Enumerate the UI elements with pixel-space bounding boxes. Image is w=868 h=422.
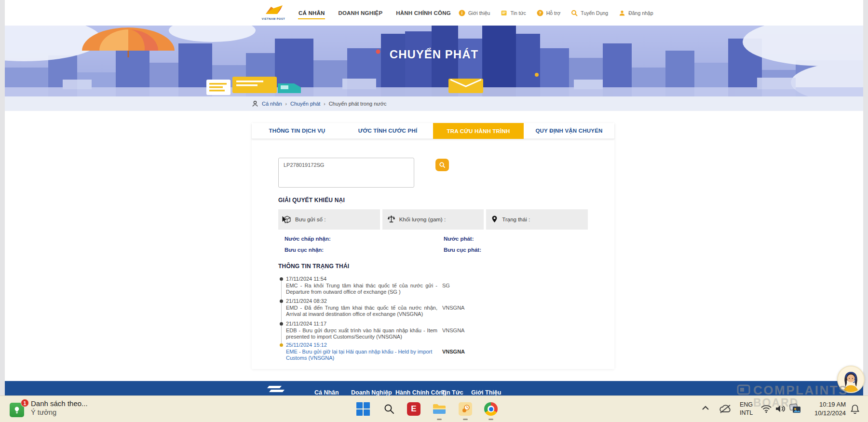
vietnam-post-logo[interactable]: VIETNAM POST bbox=[257, 2, 290, 24]
tracking-number-input[interactable]: LP278019172SG bbox=[278, 158, 414, 188]
summary-box-parcel: Bưu gửi số : bbox=[278, 209, 380, 230]
nav-item-hanh-chinh-cong[interactable]: HÀNH CHÍNH CÔNG bbox=[395, 7, 451, 19]
clock-app-glyph bbox=[459, 402, 472, 416]
support-agent-illustration bbox=[838, 367, 864, 392]
breadcrumb-separator: › bbox=[285, 101, 287, 107]
svg-text:i: i bbox=[461, 11, 463, 15]
footer-col-hanh-chinh-cong[interactable]: Hành Chính Công bbox=[395, 389, 447, 396]
wifi-tray-icon[interactable] bbox=[761, 405, 772, 413]
timeline-dot bbox=[280, 343, 283, 347]
nav-item-ca-nhan[interactable]: CÁ NHÂN bbox=[298, 7, 325, 19]
help-icon: ? bbox=[537, 10, 543, 16]
footer-col-tin-tuc[interactable]: Tin Tức bbox=[441, 389, 463, 396]
taskbar-clock[interactable]: 10:19 AM 10/12/2024 bbox=[804, 400, 846, 418]
user-crumb-icon bbox=[252, 100, 258, 107]
photos-icon bbox=[789, 403, 801, 414]
summary-box-weight: Khối lượng (gam) : bbox=[382, 209, 484, 230]
field-accept-country: Nước chấp nhận: bbox=[285, 236, 331, 242]
event-location: VNSGNA bbox=[442, 327, 464, 340]
notification-subtitle: Ý tưởng bbox=[31, 408, 88, 416]
page-title: CHUYỂN PHÁT bbox=[5, 48, 863, 61]
tab-tra-cuu-hanh-trinh[interactable]: TRA CỨU HÀNH TRÌNH bbox=[433, 123, 524, 139]
folder-icon bbox=[433, 403, 446, 415]
notification-center-button[interactable] bbox=[851, 404, 859, 416]
footer-col-doanh-nghiep[interactable]: Doanh Nghiệp bbox=[351, 389, 392, 396]
utility-label: Tin tức bbox=[510, 10, 526, 16]
utility-tuyen-dung[interactable]: Tuyển Dụng bbox=[571, 10, 608, 16]
vietnam-post-logo-icon bbox=[263, 2, 284, 17]
search-icon bbox=[439, 162, 446, 168]
e-app-icon[interactable]: E bbox=[406, 401, 421, 417]
taskbar-notification[interactable]: 1 Danh sách theo... Ý tưởng bbox=[10, 399, 88, 417]
search-icon bbox=[383, 403, 395, 415]
user-icon bbox=[619, 10, 625, 16]
scale-icon bbox=[387, 215, 395, 224]
footer-col-gioi-thieu[interactable]: Giới Thiệu bbox=[471, 389, 501, 396]
clock-time: 10:19 AM bbox=[804, 400, 846, 409]
taskbar-search-button[interactable] bbox=[381, 401, 397, 417]
utility-dang-nhap[interactable]: Đăng nhập bbox=[619, 10, 653, 16]
search-button[interactable] bbox=[435, 159, 449, 171]
utility-tin-tuc[interactable]: Tin tức bbox=[501, 10, 526, 16]
volume-tray-icon[interactable] bbox=[775, 405, 785, 413]
desktop-edge-left bbox=[0, 0, 5, 395]
tab-thong-tin-dich-vu[interactable]: THÔNG TIN DỊCH VỤ bbox=[252, 123, 342, 139]
field-deliver-office: Bưu cục phát: bbox=[444, 247, 481, 253]
event-datetime: 21/11/2024 11:17 bbox=[286, 321, 597, 327]
breadcrumb-separator: › bbox=[324, 101, 325, 107]
clock-date: 10/12/2024 bbox=[804, 409, 846, 418]
summary-box-label: Trạng thái : bbox=[502, 217, 530, 222]
event-description: EMD - Đã đến Trung tâm khai thác quốc tế… bbox=[286, 305, 437, 317]
tab-quy-dinh-van-chuyen[interactable]: QUY ĐỊNH VẬN CHUYỂN bbox=[524, 123, 614, 139]
tab-uoc-tinh-cuoc-phi[interactable]: ƯỚC TÍNH CƯỚC PHÍ bbox=[342, 123, 433, 139]
running-indicator bbox=[463, 419, 468, 420]
tracking-event: 21/11/2024 08:32 EMD - Đã đến Trung tâm … bbox=[278, 298, 597, 317]
desktop-edge-right bbox=[863, 0, 868, 395]
nav-item-doanh-nghiep[interactable]: DOANH NGHIỆP bbox=[338, 7, 383, 19]
info-icon: i bbox=[459, 10, 465, 16]
vietnam-post-logo-text: VIETNAM POST bbox=[262, 17, 285, 20]
photos-tray-icon[interactable] bbox=[789, 403, 801, 414]
breadcrumb-chuyen-phat[interactable]: Chuyển phát bbox=[290, 101, 320, 107]
onedrive-tray-icon[interactable] bbox=[719, 404, 732, 414]
summary-row: Bưu gửi số : Khối lượng (gam) : Trạng th… bbox=[278, 209, 588, 230]
utility-label: Tuyển Dụng bbox=[581, 10, 608, 16]
utility-ho-tro[interactable]: ? Hỗ trợ bbox=[537, 10, 561, 16]
notification-badge: 1 bbox=[21, 399, 29, 407]
bell-icon bbox=[851, 404, 859, 414]
tracking-event: 17/11/2024 11:54 EMC - Ra khỏi Trung tâm… bbox=[278, 276, 597, 295]
language-indicator[interactable]: ENG INTL bbox=[740, 401, 753, 417]
event-description: EME - Bưu gửi giữ lại tại Hải quan nhập … bbox=[286, 349, 437, 361]
utility-gioi-thieu[interactable]: i Giới thiệu bbox=[459, 10, 490, 16]
clock-app-icon[interactable] bbox=[458, 401, 473, 417]
footer-col-ca-nhan[interactable]: Cá Nhân bbox=[314, 389, 339, 396]
tracking-event-current: 25/11/2024 15:12 EME - Bưu gửi giữ lại t… bbox=[278, 342, 597, 361]
breadcrumb-home[interactable]: Cá nhân bbox=[262, 101, 282, 107]
support-chat-avatar[interactable] bbox=[837, 366, 865, 393]
pin-icon bbox=[491, 215, 498, 224]
breadcrumb: Cá nhân › Chuyển phát › Chuyển phát tron… bbox=[252, 100, 386, 107]
event-description: EMC - Ra khỏi Trung tâm khai thác quốc t… bbox=[286, 283, 437, 295]
event-location: VNSGNA bbox=[442, 349, 465, 361]
timeline-dot bbox=[280, 322, 283, 326]
utility-label: Đăng nhập bbox=[628, 10, 653, 16]
news-icon bbox=[501, 10, 507, 16]
service-tabs: THÔNG TIN DỊCH VỤ ƯỚC TÍNH CƯỚC PHÍ TRA … bbox=[252, 123, 614, 139]
cloud-slash-icon bbox=[719, 404, 732, 414]
recruit-search-icon bbox=[571, 10, 578, 16]
speaker-icon bbox=[775, 405, 785, 413]
chrome-icon[interactable] bbox=[483, 401, 499, 417]
field-deliver-country: Nước phát: bbox=[444, 236, 474, 242]
windows-start-button[interactable] bbox=[355, 401, 371, 417]
event-datetime: 21/11/2024 08:32 bbox=[286, 298, 597, 304]
tray-chevron-up[interactable] bbox=[702, 406, 709, 410]
main-nav: CÁ NHÂN DOANH NGHIỆP HÀNH CHÍNH CÔNG bbox=[298, 0, 451, 26]
mouse-cursor bbox=[282, 215, 288, 224]
breadcrumb-current: Chuyển phát trong nước bbox=[329, 101, 387, 107]
summary-box-label: Bưu gửi số : bbox=[295, 217, 326, 222]
site-header: VIETNAM POST CÁ NHÂN DOANH NGHIỆP HÀNH C… bbox=[5, 0, 863, 26]
file-explorer-icon[interactable] bbox=[432, 401, 447, 417]
timeline-dot bbox=[280, 277, 283, 281]
chevron-up-icon bbox=[702, 406, 709, 410]
hero-banner: CHUYỂN PHÁT bbox=[5, 26, 863, 96]
